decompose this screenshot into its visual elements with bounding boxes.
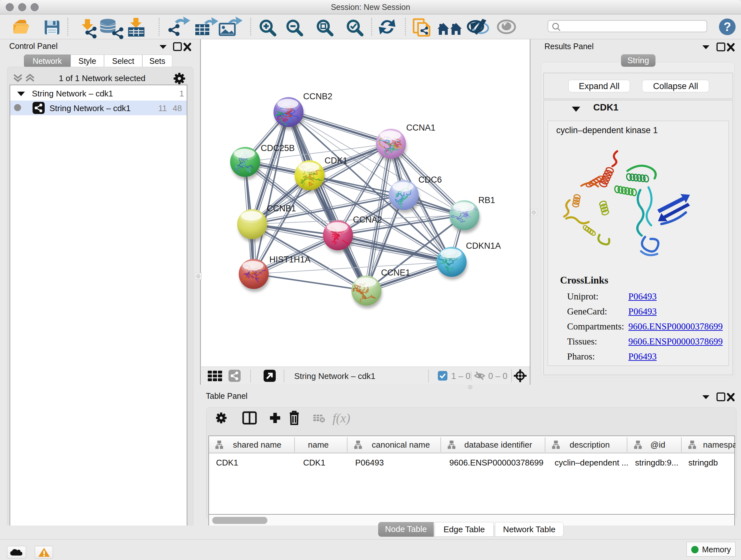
svg-text:String Network – cdk1: String Network – cdk1 (294, 371, 375, 381)
svg-text:name: name (308, 440, 329, 449)
svg-text:CDK1: CDK1 (325, 156, 347, 165)
svg-text:9606.ENSP00000378699: 9606.ENSP00000378699 (449, 458, 543, 468)
svg-text:CCNE1: CCNE1 (381, 268, 410, 277)
svg-text:stringdb: stringdb (688, 458, 718, 468)
svg-text:CDC6: CDC6 (418, 175, 442, 185)
svg-text:CCNA2: CCNA2 (353, 215, 382, 225)
svg-text:CDK1: CDK1 (303, 458, 325, 468)
svg-text:CCNB1: CCNB1 (267, 204, 296, 213)
svg-text:P06493: P06493 (355, 458, 384, 468)
svg-text:HIST1H1A: HIST1H1A (269, 255, 311, 264)
svg-text:stringdb:9...: stringdb:9... (635, 458, 678, 468)
svg-text:@id: @id (650, 440, 665, 449)
svg-text:f(x): f(x) (333, 411, 350, 425)
svg-text:shared name: shared name (233, 440, 281, 449)
svg-text:database identifier: database identifier (464, 440, 532, 449)
svg-text:description: description (569, 440, 610, 449)
svg-text:CDC25B: CDC25B (261, 143, 295, 153)
svg-text:CDKN1A: CDKN1A (466, 241, 501, 251)
svg-text:RB1: RB1 (478, 195, 495, 205)
svg-text:CCNA1: CCNA1 (406, 123, 435, 132)
svg-text:cyclin–dependent ...: cyclin–dependent ... (555, 458, 628, 468)
svg-text:canonical name: canonical name (372, 440, 430, 449)
svg-text:namespac: namespac (703, 440, 736, 449)
svg-text:CDK1: CDK1 (216, 458, 238, 468)
svg-text:1 – 0: 1 – 0 (451, 371, 470, 381)
svg-text:1 of 1 Network selected: 1 of 1 Network selected (59, 73, 145, 83)
svg-text:CCNB2: CCNB2 (303, 91, 333, 101)
svg-text:0 – 0: 0 – 0 (488, 371, 508, 381)
